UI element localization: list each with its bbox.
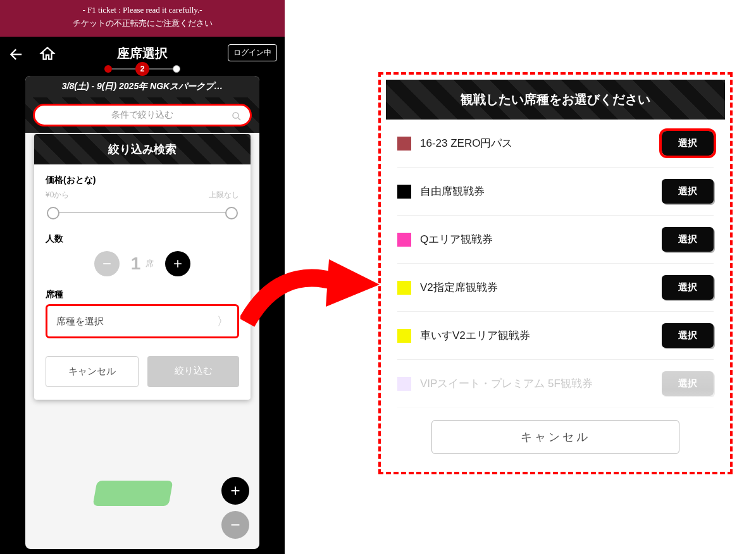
filter-cancel-button[interactable]: キャンセル: [46, 356, 139, 387]
notice-bar: - F1 ticket : Please read it carefully.-…: [0, 0, 285, 37]
seat-popup-cancel-button[interactable]: キャンセル: [431, 420, 679, 454]
people-minus-button[interactable]: [94, 251, 120, 276]
seat-type-select-button[interactable]: 席種を選択 〉: [46, 304, 239, 338]
price-slider[interactable]: [46, 203, 239, 222]
step-dot-2: 2: [135, 62, 149, 76]
seat-map-shape[interactable]: [92, 481, 173, 506]
seat-select-button[interactable]: 選択: [662, 131, 714, 156]
seat-color-swatch: [397, 233, 411, 247]
seat-type-row: V2指定席観戦券選択: [397, 264, 714, 312]
svg-point-0: [233, 113, 239, 118]
slider-track: [53, 212, 232, 213]
seat-select-text: 席種を選択: [56, 316, 104, 328]
seat-color-swatch: [397, 281, 411, 295]
seat-type-row: 自由席観戦券選択: [397, 168, 714, 216]
filter-modal-title: 絞り込み検索: [34, 134, 251, 164]
step-line: [112, 68, 135, 70]
seat-type-row: 16-23 ZERO円パス選択: [397, 120, 714, 168]
people-label: 人数: [46, 233, 239, 245]
seat-color-swatch: [397, 377, 411, 391]
filter-submit-button[interactable]: 絞り込む: [147, 356, 239, 387]
seat-popup-callout: 観戦したい席種をお選びください 16-23 ZERO円パス選択自由席観戦券選択Q…: [378, 72, 733, 474]
step-dot-1: [104, 65, 112, 73]
step-line: [149, 68, 173, 70]
notice-line-1: - F1 ticket : Please read it carefully.-: [0, 4, 285, 17]
back-icon[interactable]: [8, 46, 25, 63]
slider-knob-max[interactable]: [225, 207, 238, 219]
login-badge[interactable]: ログイン中: [228, 44, 277, 61]
filter-modal-footer: キャンセル 絞り込む: [46, 356, 239, 387]
filter-pill-label: 条件で絞り込む: [111, 109, 173, 121]
callout-arrow: [240, 253, 386, 329]
people-plus-button[interactable]: [165, 251, 190, 276]
seat-type-name: VIPスイート・プレミアム 5F観戦券: [420, 376, 662, 391]
filter-pill[interactable]: 条件で絞り込む: [33, 104, 252, 126]
seat-color-swatch: [397, 137, 411, 151]
seat-type-name: 車いすV2エリア観戦券: [420, 328, 662, 343]
zoom-in-button[interactable]: [221, 477, 249, 505]
filter-modal: 絞り込み検索 価格(おとな) ¥0から 上限なし 人数 1 席: [34, 134, 251, 400]
seat-select-button[interactable]: 選択: [662, 179, 714, 204]
svg-marker-2: [326, 259, 380, 307]
price-to: 上限なし: [209, 190, 239, 200]
step-dot-3: [173, 65, 180, 73]
seat-type-name: 自由席観戦券: [420, 184, 662, 199]
seat-color-swatch: [397, 329, 411, 343]
search-icon: [231, 111, 242, 122]
seat-type-popup: 観戦したい席種をお選びください 16-23 ZERO円パス選択自由席観戦券選択Q…: [386, 80, 725, 467]
progress-stepper: 2: [104, 62, 180, 76]
event-title: 3/8(土) - 9(日) 2025年 NGKスパークプ…: [25, 76, 259, 97]
slider-knob-min[interactable]: [47, 207, 59, 219]
price-from: ¥0から: [46, 190, 69, 200]
seat-type-name: Qエリア観戦券: [420, 232, 662, 247]
seat-popup-title: 観戦したい席種をお選びください: [386, 80, 725, 120]
filter-pill-wrap: 条件で絞り込む: [25, 97, 259, 133]
seat-type-row: Qエリア観戦券選択: [397, 216, 714, 264]
people-value: 1: [131, 254, 141, 274]
svg-line-1: [238, 118, 240, 120]
seat-select-button[interactable]: 選択: [662, 227, 714, 252]
price-range-hints: ¥0から 上限なし: [46, 190, 239, 200]
seat-type-row: 車いすV2エリア観戦券選択: [397, 312, 714, 360]
page-title: 座席選択: [117, 45, 168, 62]
seat-select-button[interactable]: 選択: [662, 371, 714, 396]
seat-type-label: 席種: [46, 289, 239, 300]
notice-line-2: チケットの不正転売にご注意ください: [0, 17, 285, 30]
home-icon[interactable]: [39, 46, 57, 63]
people-unit: 席: [146, 258, 154, 269]
app-header: 座席選択 ログイン中 2: [0, 37, 285, 71]
chevron-right-icon: 〉: [217, 314, 228, 329]
seat-type-name: 16-23 ZERO円パス: [420, 136, 662, 151]
filter-modal-body: 価格(おとな) ¥0から 上限なし 人数 1 席 席種: [34, 164, 251, 400]
seat-select-button[interactable]: 選択: [662, 275, 714, 300]
seat-type-name: V2指定席観戦券: [420, 280, 662, 295]
seat-color-swatch: [397, 185, 411, 199]
seat-type-list: 16-23 ZERO円パス選択自由席観戦券選択Qエリア観戦券選択V2指定席観戦券…: [386, 120, 725, 408]
zoom-out-button[interactable]: [221, 511, 249, 539]
seat-type-row: VIPスイート・プレミアム 5F観戦券選択: [397, 360, 714, 408]
seat-select-button[interactable]: 選択: [662, 323, 714, 348]
people-counter: 1 席: [46, 251, 239, 276]
price-label: 価格(おとな): [46, 175, 239, 186]
